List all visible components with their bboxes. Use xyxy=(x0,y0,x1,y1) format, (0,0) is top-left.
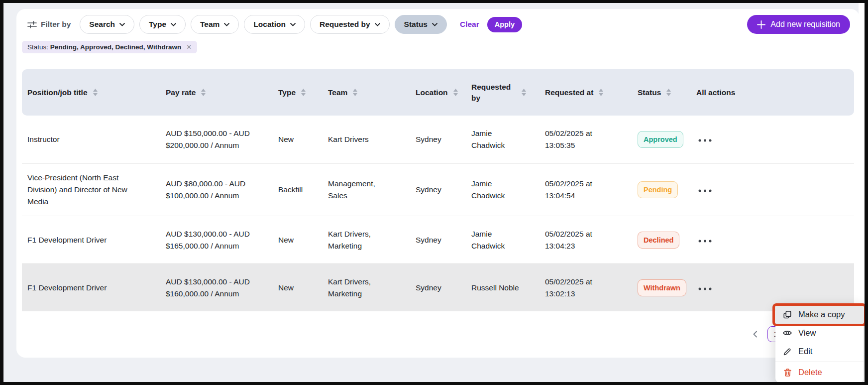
cell-type: Backfill xyxy=(278,184,328,196)
add-new-requisition-button[interactable]: Add new requisition xyxy=(747,15,850,34)
cell-requested-by: Russell Noble xyxy=(471,282,521,294)
column-header-reqat[interactable]: Requested at xyxy=(545,87,638,98)
status-badge: Declined xyxy=(638,232,679,249)
status-badge: Approved xyxy=(638,131,683,148)
chevron-down-icon xyxy=(432,23,437,26)
menu-item-delete[interactable]: Delete xyxy=(775,363,864,382)
cell-type: New xyxy=(278,133,328,145)
sort-icon[interactable] xyxy=(666,88,671,97)
table-header: Position/job title Pay rate Type Team Lo xyxy=(22,69,854,116)
cell-position: F1 Development Driver xyxy=(27,282,146,294)
chevron-down-icon xyxy=(375,23,380,26)
sort-icon[interactable] xyxy=(201,88,206,97)
sort-icon[interactable] xyxy=(453,88,458,97)
chevron-down-icon xyxy=(224,23,229,26)
requisitions-panel: Filter by Search Type Team Location xyxy=(16,9,860,358)
menu-item-edit[interactable]: Edit xyxy=(775,342,864,361)
cell-requested-at: 05/02/2025 at 13:04:23 xyxy=(545,228,611,252)
row-actions-ellipsis-icon[interactable] xyxy=(696,284,714,293)
cell-pay-rate: AUD $130,000.00 - AUD $165,000.00 / Annu… xyxy=(166,228,270,252)
trash-icon xyxy=(783,369,792,377)
chevron-left-icon[interactable] xyxy=(751,329,760,340)
table-row: Instructor AUD $150,000.00 - AUD $200,00… xyxy=(22,116,854,163)
cell-position: Vice-President (North East Division) and… xyxy=(27,172,146,208)
table-row: F1 Development Driver AUD $130,000.00 - … xyxy=(22,216,854,263)
sort-icon[interactable] xyxy=(352,88,358,97)
cell-location: Sydney xyxy=(416,184,471,196)
column-header-team[interactable]: Team xyxy=(328,87,416,98)
cell-pay-rate: AUD $130,000.00 - AUD $160,000.00 / Annu… xyxy=(166,276,270,300)
chip-values: Pending, Approved, Declined, Withdrawn xyxy=(50,43,181,51)
cell-type: New xyxy=(278,234,328,246)
cell-requested-by: Jamie Chadwick xyxy=(471,128,521,151)
status-filter-chip: Status: Pending, Approved, Declined, Wit… xyxy=(22,41,197,53)
sort-icon[interactable] xyxy=(301,88,306,97)
column-header-actions: All actions xyxy=(696,87,849,98)
column-header-location[interactable]: Location xyxy=(416,87,471,98)
cell-position: F1 Development Driver xyxy=(27,234,146,246)
row-actions-ellipsis-icon[interactable] xyxy=(696,237,714,246)
table-row: Vice-President (North East Division) and… xyxy=(22,163,854,216)
cell-type: New xyxy=(278,282,328,294)
cell-location: Sydney xyxy=(416,282,471,294)
column-header-type[interactable]: Type xyxy=(278,87,328,98)
plus-icon xyxy=(757,20,765,29)
column-header-reqby[interactable]: Requested by xyxy=(471,82,545,103)
sort-icon[interactable] xyxy=(598,88,604,97)
column-header-status[interactable]: Status xyxy=(638,87,696,98)
filter-pill-team[interactable]: Team xyxy=(191,15,239,34)
cell-location: Sydney xyxy=(416,133,471,145)
cell-requested-at: 05/02/2025 at 13:05:35 xyxy=(545,128,611,151)
copy-icon xyxy=(783,311,792,319)
cell-team: Kart Drivers, Marketing xyxy=(328,276,387,300)
chevron-down-icon xyxy=(171,23,176,26)
filter-pills: Search Type Team Location Requested by xyxy=(80,15,447,34)
chevron-down-icon xyxy=(290,23,296,26)
chevron-down-icon xyxy=(119,23,125,26)
cell-requested-at: 05/02/2025 at 13:02:13 xyxy=(545,276,611,300)
filter-pill-search[interactable]: Search xyxy=(80,15,134,34)
row-actions-context-menu: Make a copy View Edit Delete xyxy=(775,304,864,382)
filter-bar: Filter by Search Type Team Location xyxy=(22,14,854,34)
cell-team: Kart Drivers, Marketing xyxy=(328,228,387,252)
table-body: Instructor AUD $150,000.00 - AUD $200,00… xyxy=(22,116,854,311)
cell-location: Sydney xyxy=(416,234,471,246)
filter-by-label: Filter by xyxy=(27,20,71,29)
column-header-position[interactable]: Position/job title xyxy=(27,87,166,98)
status-badge: Pending xyxy=(638,181,678,198)
close-icon[interactable]: ✕ xyxy=(186,43,192,51)
requisitions-table: Position/job title Pay rate Type Team Lo xyxy=(22,69,854,311)
clear-filters-link[interactable]: Clear xyxy=(460,20,479,29)
row-actions-ellipsis-icon[interactable] xyxy=(696,186,714,195)
active-filters-row: Status: Pending, Approved, Declined, Wit… xyxy=(22,41,854,53)
cell-team: Management, Sales xyxy=(328,178,387,202)
cell-position: Instructor xyxy=(27,133,146,145)
menu-item-make-a-copy[interactable]: Make a copy xyxy=(775,305,864,324)
app-page: Filter by Search Type Team Location xyxy=(3,3,865,382)
cell-pay-rate: AUD $150,000.00 - AUD $200,000.00 / Annu… xyxy=(166,128,270,151)
cell-team: Kart Drivers xyxy=(328,133,387,145)
sort-icon[interactable] xyxy=(93,88,98,97)
cell-requested-at: 05/02/2025 at 13:04:54 xyxy=(545,178,611,202)
sort-icon[interactable] xyxy=(521,88,527,97)
eye-icon xyxy=(783,330,792,336)
filter-pill-location[interactable]: Location xyxy=(244,15,305,34)
chip-prefix: Status: xyxy=(27,43,48,51)
cell-pay-rate: AUD $80,000.00 - AUD $100,000.00 / Annum xyxy=(166,178,270,202)
cell-requested-by: Jamie Chadwick xyxy=(471,228,521,252)
filter-pill-requested-by[interactable]: Requested by xyxy=(310,15,390,34)
row-actions-ellipsis-icon[interactable] xyxy=(696,136,714,145)
filter-pill-status[interactable]: Status xyxy=(395,15,447,34)
sliders-icon xyxy=(27,21,37,28)
apply-filters-button[interactable]: Apply xyxy=(487,17,522,32)
pagination: 1 xyxy=(22,326,854,342)
column-header-pay[interactable]: Pay rate xyxy=(166,87,278,98)
menu-separator xyxy=(775,362,864,362)
menu-item-view[interactable]: View xyxy=(775,324,864,342)
cell-requested-by: Jamie Chadwick xyxy=(471,178,521,202)
table-row: F1 Development Driver AUD $130,000.00 - … xyxy=(22,263,854,311)
pencil-icon xyxy=(783,348,792,356)
status-badge: Withdrawn xyxy=(638,279,686,296)
filter-pill-type[interactable]: Type xyxy=(139,15,186,34)
